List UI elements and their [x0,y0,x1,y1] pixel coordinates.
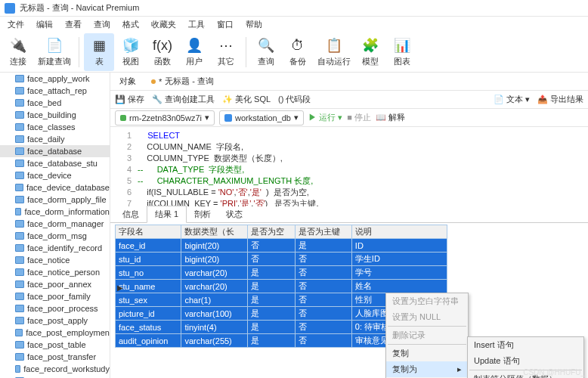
object-tree[interactable]: face_apply_workface_attach_repface_bedfa… [0,73,110,378]
grid-cell[interactable]: 学生ID [351,253,447,266]
grid-cell[interactable]: 是 [248,280,295,293]
menu-set-blank[interactable]: 设置为空白字符串 [386,293,468,309]
menu-insert-stmt[interactable]: Insert 语句 [468,337,583,353]
grid-cell[interactable]: 否 [295,266,351,280]
grid-cell[interactable]: 否 [295,253,351,266]
grid-cell[interactable]: picture_id [116,307,181,321]
grid-header[interactable]: 字段名 [116,225,181,239]
grid-cell[interactable]: 姓名 [351,280,447,293]
menu-查看[interactable]: 查看 [60,17,86,32]
grid-cell[interactable]: audit_opinion [116,334,181,348]
grid-header[interactable]: 是否为空 [248,225,295,239]
tree-item[interactable]: face_building [0,109,110,121]
grid-cell[interactable]: 否 [248,239,295,253]
tree-item[interactable]: face_poor_process [0,302,110,314]
tree-item[interactable]: face_post_apply [0,314,110,327]
tree-item[interactable]: face_post_table [0,339,110,351]
toolbar-图表[interactable]: 📊图表 [387,33,417,71]
grid-cell[interactable]: stu_sex [116,293,181,307]
grid-cell[interactable]: face_id [116,239,181,253]
tree-item[interactable]: face_poor_family [0,290,110,302]
tree-item[interactable]: face_dorm_apply_file [0,194,110,206]
tree-item[interactable]: face_device_database [0,181,110,194]
tree-item[interactable]: face_identify_record [0,242,110,254]
toolbar-函数[interactable]: f(x)函数 [147,33,178,71]
tree-item[interactable]: face_database [0,145,110,157]
code-segment-button[interactable]: () 代码段 [278,94,311,105]
table-row[interactable]: stu_namevarchar(20)是否姓名 [116,280,447,293]
grid-cell[interactable]: char(1) [181,293,248,307]
menu-set-null[interactable]: 设置为 NULL [386,309,468,325]
tree-item[interactable]: face_poor_annex [0,278,110,290]
toolbar-其它[interactable]: ⋯其它 [211,33,241,71]
table-row[interactable]: stu_idbigint(20)否否学生ID [116,253,447,266]
grid-header[interactable]: 说明 [351,225,447,239]
table-row[interactable]: stu_novarchar(20)是否学号 [116,266,447,280]
menu-文件[interactable]: 文件 [3,17,29,32]
tree-item[interactable]: face_device [0,169,110,181]
tree-item[interactable]: face_post_transfer [0,351,110,363]
tree-item[interactable]: face_bed [0,97,110,109]
tree-item[interactable]: face_database_stu [0,157,110,169]
tree-item[interactable]: face_post_employmen [0,327,110,339]
toolbar-新建查询[interactable]: 📄新建查询 [35,33,74,71]
grid-cell[interactable]: stu_id [116,253,181,266]
query-builder-button[interactable]: 🔧 查询创建工具 [152,94,215,105]
grid-cell[interactable]: 是 [248,307,295,321]
menu-格式[interactable]: 格式 [118,17,144,32]
tab-objects[interactable]: 对象 [115,73,141,89]
tree-item[interactable]: face_apply_work [0,73,110,85]
tree-item[interactable]: face_notice [0,254,110,266]
grid-cell[interactable]: 否 [295,307,351,321]
grid-cell[interactable]: 否 [295,280,351,293]
toolbar-自动运行[interactable]: 📋自动运行 [314,33,354,71]
grid-cell[interactable]: bigint(20) [181,253,248,266]
tab-result[interactable]: 结果 1 [147,206,187,223]
save-button[interactable]: 💾 保存 [115,94,144,105]
grid-cell[interactable]: varchar(20) [181,266,248,280]
grid-cell[interactable]: varchar(20) [181,280,248,293]
grid-cell[interactable]: ID [351,239,447,253]
grid-cell[interactable]: stu_no [116,266,181,280]
server-select[interactable]: rm-2zetn83n05wz7i ▾ [115,110,215,125]
grid-cell[interactable]: 学号 [351,266,447,280]
grid-cell[interactable]: face_status [116,321,181,334]
grid-cell[interactable]: tinyint(4) [181,321,248,334]
grid-cell[interactable]: 否 [295,334,351,348]
run-button[interactable]: ▶ 运行 ▾ [308,112,342,123]
grid-cell[interactable]: bigint(20) [181,239,248,253]
menu-收藏夹[interactable]: 收藏夹 [147,17,181,32]
tree-item[interactable]: face_classes [0,121,110,133]
tree-item[interactable]: face_daily [0,133,110,145]
menu-编辑[interactable]: 编辑 [32,17,57,32]
tree-item[interactable]: face_record_workstudy [0,363,110,375]
grid-cell[interactable]: 是 [248,334,295,348]
toolbar-查询[interactable]: 🔍查询 [251,33,281,71]
toolbar-模型[interactable]: 🧩模型 [355,33,385,71]
tree-item[interactable]: face_attach_rep [0,85,110,97]
toolbar-用户[interactable]: 👤用户 [179,33,209,71]
menu-工具[interactable]: 工具 [184,17,209,32]
tree-item[interactable]: face_notice_person [0,266,110,278]
toolbar-视图[interactable]: 🧊视图 [116,33,146,71]
grid-cell[interactable]: varchar(255) [181,334,248,348]
database-select[interactable]: workstation_db ▾ [219,110,304,125]
tree-item[interactable]: face_dorm_manager [0,218,110,230]
tab-profile[interactable]: 剖析 [187,206,218,222]
menu-delete[interactable]: 删除记录 [386,327,468,343]
grid-cell[interactable]: 是 [248,293,295,307]
tab-query[interactable]: * 无标题 - 查询 [147,73,218,89]
tab-info[interactable]: 信息 [115,206,147,222]
menu-查询[interactable]: 查询 [89,17,115,32]
sql-editor[interactable]: 1 SELECT 2 COLUMN_NAME 字段名, 3 COLUMN_TYP… [110,127,588,206]
grid-cell[interactable]: 是 [248,321,295,334]
explain-button[interactable]: 📖 解释 [376,112,405,123]
table-row[interactable]: face_idbigint(20)否是ID [116,239,447,253]
beautify-button[interactable]: ✨ 美化 SQL [222,94,271,105]
menu-窗口[interactable]: 窗口 [212,17,238,32]
menu-copy[interactable]: 复制 [386,345,468,361]
grid-cell[interactable]: 否 [295,293,351,307]
tab-status[interactable]: 状态 [218,206,250,222]
tree-item[interactable]: face_dorm_msg [0,230,110,242]
grid-cell[interactable]: varchar(100) [181,307,248,321]
